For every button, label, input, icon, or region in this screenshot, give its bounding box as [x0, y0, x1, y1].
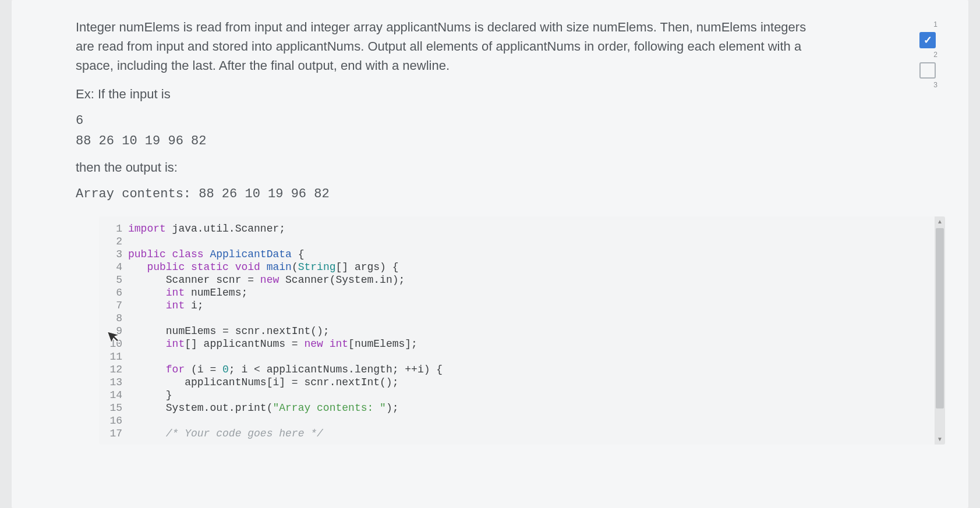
code-line[interactable]: int numElems;: [128, 286, 945, 299]
step-number-1: 1: [919, 20, 940, 29]
line-number-gutter: 1234567891011121314151617: [99, 216, 128, 445]
scroll-up-icon[interactable]: ▲: [935, 216, 945, 227]
line-number: 16: [99, 414, 122, 427]
line-number: 4: [99, 261, 122, 273]
code-line[interactable]: public class ApplicantData {: [128, 248, 945, 261]
code-line[interactable]: public static void main(String[] args) {: [128, 261, 945, 273]
line-number: 9: [99, 325, 122, 338]
output-label: then the output is:: [76, 160, 945, 175]
code-line[interactable]: int[] applicantNums = new int[numElems];: [128, 338, 945, 350]
code-line[interactable]: System.out.print("Array contents: ");: [128, 402, 945, 414]
line-number: 15: [99, 402, 122, 414]
line-number: 8: [99, 312, 122, 325]
code-line[interactable]: [128, 312, 945, 325]
line-number: 14: [99, 389, 122, 402]
line-number: 6: [99, 286, 122, 299]
code-editor[interactable]: 1234567891011121314151617 import java.ut…: [99, 216, 945, 445]
step-checkbox-2[interactable]: [919, 62, 936, 79]
line-number: 10: [99, 338, 122, 350]
problem-description: Integer numElems is read from input and …: [76, 17, 809, 75]
example-input-line1: 6: [76, 111, 945, 131]
line-number: 2: [99, 235, 122, 248]
scroll-down-icon[interactable]: ▼: [935, 434, 945, 445]
line-number: 11: [99, 350, 122, 363]
line-number: 13: [99, 376, 122, 389]
code-line[interactable]: [128, 235, 945, 248]
code-line[interactable]: for (i = 0; i < applicantNums.length; ++…: [128, 363, 945, 376]
content-area: Integer numElems is read from input and …: [12, 0, 968, 456]
line-number: 5: [99, 273, 122, 286]
line-number: 12: [99, 363, 122, 376]
code-line[interactable]: int i;: [128, 299, 945, 312]
code-line[interactable]: applicantNums[i] = scnr.nextInt();: [128, 376, 945, 389]
code-line[interactable]: /* Your code goes here */: [128, 427, 945, 440]
code-content[interactable]: import java.util.Scanner;public class Ap…: [128, 216, 945, 445]
line-number: 7: [99, 299, 122, 312]
code-line[interactable]: import java.util.Scanner;: [128, 222, 945, 235]
main-container: 1 ✓ 2 3 Integer numElems is read from in…: [12, 0, 968, 508]
code-line[interactable]: [128, 350, 945, 363]
code-line[interactable]: }: [128, 389, 945, 402]
line-number: 1: [99, 222, 122, 235]
step-checkbox-1[interactable]: ✓: [919, 32, 936, 48]
example-prefix: Ex: If the input is: [76, 87, 945, 102]
line-number: 3: [99, 248, 122, 261]
scrollbar-thumb[interactable]: [936, 228, 944, 408]
scrollbar-track[interactable]: ▲ ▼: [935, 216, 945, 445]
code-line[interactable]: [128, 414, 945, 427]
line-number: 17: [99, 427, 122, 440]
example-input-line2: 88 26 10 19 96 82: [76, 131, 945, 151]
example-output: Array contents: 88 26 10 19 96 82: [76, 184, 945, 204]
check-icon: ✓: [924, 34, 932, 47]
progress-panel: 1 ✓ 2 3: [919, 20, 940, 93]
step-number-3: 3: [919, 81, 940, 89]
code-line[interactable]: numElems = scnr.nextInt();: [128, 325, 945, 338]
code-line[interactable]: Scanner scnr = new Scanner(System.in);: [128, 273, 945, 286]
step-number-2: 2: [919, 51, 940, 59]
